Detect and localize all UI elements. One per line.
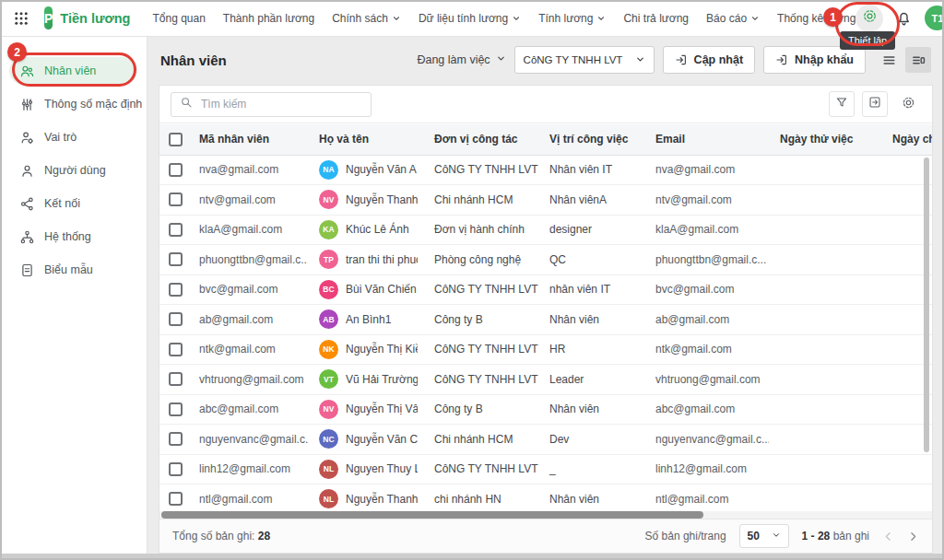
row-checkbox[interactable] xyxy=(169,462,183,476)
nav-item[interactable]: Thống kê lương xyxy=(777,12,856,25)
import-button[interactable]: Nhập khẩu xyxy=(763,46,866,74)
table-header-row: Mã nhân viênHọ và tênĐơn vị công tácVị t… xyxy=(159,124,932,155)
nav-item[interactable]: Thành phần lương xyxy=(223,12,314,25)
column-header[interactable]: Mã nhân viên xyxy=(188,124,308,155)
employee-trial-date xyxy=(769,155,881,185)
row-checkbox[interactable] xyxy=(169,402,183,416)
employee-unit: Chi nhánh HCM xyxy=(423,185,538,216)
list-view-icon[interactable] xyxy=(876,47,902,73)
table-row[interactable]: vhtruong@gmail.comVTVũ Hải TrườngCôNG TY… xyxy=(159,365,932,395)
table-row[interactable]: phuongttbn@gmail.c...TPtran thi thi phuo… xyxy=(159,245,932,275)
column-header[interactable]: Đơn vị công tác xyxy=(423,124,538,155)
table-row[interactable]: ntl@gmail.comNLNguyễn Thanh Lamchi nhánh… xyxy=(159,484,932,513)
nav-item[interactable]: Tính lương xyxy=(538,12,606,25)
nav-item[interactable]: Dữ liệu tính lương xyxy=(419,12,521,25)
employee-trial-date xyxy=(769,334,881,365)
employee-code: nva@gmail.com xyxy=(188,155,308,185)
sidebar-item-0[interactable]: Nhân viên xyxy=(9,57,137,85)
employee-unit: Chi nhánh HCM xyxy=(423,425,538,455)
table-row[interactable]: linh12@gmail.comNLNguyen Thuy LinhCôNG T… xyxy=(159,454,932,484)
employee-trial-date xyxy=(769,484,881,513)
nav-item[interactable]: Chính sách xyxy=(332,12,401,25)
employee-position: designer xyxy=(538,215,644,245)
table-row[interactable]: nguyenvanc@gmail.c...NCNguyễn Văn CaoChi… xyxy=(159,425,932,455)
table-row[interactable]: abc@gmail.comNVNguyễn Thị VânCông ty BNh… xyxy=(159,394,932,425)
sidebar-item-5[interactable]: Hệ thống xyxy=(9,223,137,251)
gear-icon xyxy=(861,7,879,29)
search-box xyxy=(171,92,372,117)
employee-email: nguyenvanc@gmail.c... xyxy=(644,425,769,455)
table-row[interactable]: ntv@gmail.comNVNguyễn Thanh VyChi nhánh … xyxy=(159,185,932,216)
row-checkbox[interactable] xyxy=(169,492,183,506)
hierarchy-icon xyxy=(19,229,35,245)
app-logo[interactable]: P xyxy=(44,6,53,29)
company-select[interactable]: CôNG TY TNHH LVT xyxy=(514,46,655,74)
table-row[interactable]: bvc@gmail.comBCBùi Văn ChiếnCôNG TY TNHH… xyxy=(159,274,932,305)
settings-gear-button[interactable] xyxy=(856,5,883,32)
filter-button[interactable] xyxy=(829,91,855,117)
table-row[interactable]: nva@gmail.comNANguyễn Văn ACôNG TY TNHH … xyxy=(159,155,932,185)
table-row[interactable]: ab@gmail.comABAn Bình1Công ty BNhân viên… xyxy=(159,305,932,335)
detail-view-icon[interactable] xyxy=(905,47,931,73)
employee-code: vhtruong@gmail.com xyxy=(188,365,308,395)
sidebar-item-3[interactable]: Người dùng xyxy=(9,157,137,184)
row-checkbox[interactable] xyxy=(169,252,183,266)
import-icon xyxy=(775,53,788,66)
row-checkbox[interactable] xyxy=(169,312,183,326)
sidebar-item-6[interactable]: Biểu mẫu xyxy=(9,256,137,284)
user-avatar[interactable]: T1 xyxy=(925,6,944,30)
select-all-checkbox[interactable] xyxy=(169,133,183,146)
nav-item-label: Tổng quan xyxy=(152,12,205,25)
per-page-select[interactable]: 50 xyxy=(739,524,789,548)
column-header[interactable]: Ngày chí xyxy=(881,124,932,155)
row-checkbox[interactable] xyxy=(169,343,183,356)
employee-email: ntl@gmail.com xyxy=(644,484,769,513)
employee-avatar: VT xyxy=(319,369,338,389)
employee-position: nhân viên IT xyxy=(538,274,644,305)
row-checkbox[interactable] xyxy=(169,283,183,297)
column-header[interactable]: Họ và tên xyxy=(308,124,423,155)
sidebar-item-2[interactable]: Vai trò xyxy=(9,123,137,151)
table-row[interactable]: klaA@gmail.comKAKhúc Lê ÁnhĐơn vị hành c… xyxy=(159,215,932,245)
row-checkbox[interactable] xyxy=(169,223,183,237)
update-button[interactable]: Cập nhật xyxy=(663,46,755,74)
employee-avatar: BC xyxy=(319,280,338,299)
nav-item[interactable]: Tổng quan xyxy=(152,12,205,25)
column-header[interactable]: Vị trí công việc xyxy=(538,124,644,155)
nav-item[interactable]: Chi trả lương xyxy=(623,12,689,25)
range-label: 1 - 28 bản ghi xyxy=(802,530,869,542)
table-row[interactable]: ntk@gmail.comNKNguyễn Thị KiềuCôNG TY TN… xyxy=(159,334,932,365)
search-input[interactable] xyxy=(199,97,362,111)
nav-item[interactable]: Báo cáo xyxy=(706,12,760,25)
employee-code: nguyenvanc@gmail.c... xyxy=(188,425,308,455)
chevron-down-icon xyxy=(750,14,760,23)
next-page-button[interactable] xyxy=(907,531,919,542)
previous-page-button[interactable] xyxy=(882,531,894,542)
window-bottom-edge xyxy=(0,554,944,560)
vertical-scrollbar[interactable] xyxy=(924,158,929,452)
sidebar-item-1[interactable]: Thông số mặc định xyxy=(9,90,137,118)
employee-trial-date xyxy=(769,185,881,216)
export-button[interactable] xyxy=(862,91,888,117)
row-checkbox[interactable] xyxy=(169,192,183,206)
top-navigation: P Tiền lương Tổng quanThành phần lươngCh… xyxy=(0,0,944,37)
status-filter-dropdown[interactable]: Đang làm việc xyxy=(417,53,505,66)
table-settings-button[interactable] xyxy=(895,91,921,117)
employee-code: linh12@gmail.com xyxy=(188,454,308,484)
horizontal-scrollbar[interactable] xyxy=(161,511,703,519)
apps-grid-icon[interactable] xyxy=(13,10,30,27)
sidebar-item-4[interactable]: Kết nối xyxy=(9,190,137,217)
row-checkbox[interactable] xyxy=(169,432,183,446)
column-header[interactable]: Ngày thử việc xyxy=(769,124,881,155)
row-checkbox[interactable] xyxy=(169,163,183,177)
employee-unit: CôNG TY TNHH LVT xyxy=(423,274,538,305)
employee-email: ntv@gmail.com xyxy=(644,185,769,216)
employee-code: abc@gmail.com xyxy=(188,394,308,425)
employee-trial-date xyxy=(769,245,881,275)
nav-item-label: Tính lương xyxy=(538,12,593,25)
notifications-bell-icon[interactable] xyxy=(895,9,913,27)
row-checkbox[interactable] xyxy=(169,372,183,386)
employee-trial-date xyxy=(769,394,881,425)
employee-avatar: KA xyxy=(319,220,338,239)
column-header[interactable]: Email xyxy=(644,124,769,155)
